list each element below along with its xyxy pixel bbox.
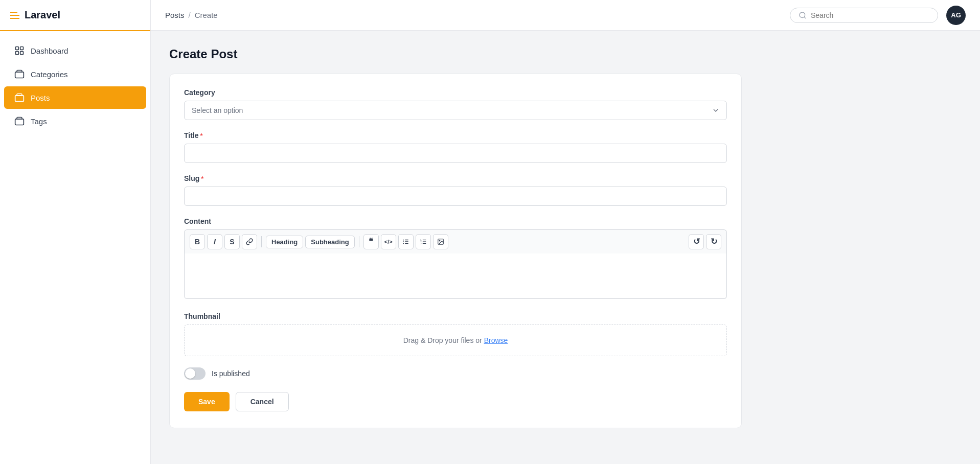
unordered-list-button[interactable] <box>398 234 414 249</box>
posts-icon <box>14 92 25 103</box>
image-icon <box>437 238 444 245</box>
categories-icon <box>14 69 25 79</box>
bold-button[interactable]: B <box>190 234 205 249</box>
thumbnail-label: Thumbnail <box>184 312 727 320</box>
svg-point-10 <box>403 243 404 244</box>
browse-link[interactable]: Browse <box>484 336 508 344</box>
sidebar-item-categories[interactable]: Categories <box>4 63 146 85</box>
link-button[interactable] <box>242 234 257 249</box>
italic-button[interactable]: I <box>207 234 222 249</box>
code-button[interactable]: </> <box>381 234 396 249</box>
toolbar-separator-2 <box>359 236 359 247</box>
search-box[interactable] <box>790 8 938 23</box>
redo-button[interactable]: ↻ <box>706 234 721 249</box>
hamburger-icon[interactable] <box>10 12 19 19</box>
content-area: Create Post Category Select an option <box>151 31 980 464</box>
svg-text:3: 3 <box>420 242 422 245</box>
subheading-button[interactable]: Subheading <box>305 236 354 248</box>
topbar: Posts / Create AG <box>151 0 980 31</box>
breadcrumb-separator: / <box>189 11 191 19</box>
sidebar-item-dashboard[interactable]: Dashboard <box>4 39 146 62</box>
breadcrumb-current: Create <box>195 11 218 19</box>
tags-icon <box>14 116 25 126</box>
publish-label: Is published <box>212 369 250 378</box>
slug-input[interactable] <box>184 187 727 206</box>
svg-point-18 <box>439 240 440 241</box>
category-label: Category <box>184 88 727 97</box>
category-select-wrapper: Select an option <box>184 101 727 120</box>
quote-button[interactable]: ❝ <box>363 234 379 249</box>
svg-rect-0 <box>16 47 19 50</box>
image-button[interactable] <box>433 234 448 249</box>
slug-required: * <box>201 175 203 182</box>
publish-toggle[interactable] <box>184 367 206 380</box>
sidebar-nav: Dashboard Categories Posts Tags <box>0 31 150 141</box>
thumbnail-group: Thumbnail Drag & Drop your files or Brow… <box>184 312 727 356</box>
form-footer: Save Cancel <box>184 392 727 411</box>
content-editor[interactable] <box>184 253 727 299</box>
category-group: Category Select an option <box>184 88 727 120</box>
sidebar-item-posts[interactable]: Posts <box>4 86 146 109</box>
svg-point-4 <box>800 12 805 18</box>
ordered-list-button[interactable]: 1 2 3 <box>416 234 431 249</box>
slug-group: Slug * <box>184 174 727 206</box>
sidebar-item-tags[interactable]: Tags <box>4 110 146 132</box>
undo-button[interactable]: ↺ <box>689 234 704 249</box>
breadcrumb: Posts / Create <box>165 11 218 19</box>
publish-row: Is published <box>184 367 727 380</box>
strikethrough-button[interactable]: S <box>224 234 240 249</box>
search-input[interactable] <box>811 11 929 19</box>
content-group: Content B I S Heading Subheading <box>184 217 727 301</box>
cancel-button[interactable]: Cancel <box>236 392 289 411</box>
title-group: Title * <box>184 131 727 163</box>
sidebar-item-categories-label: Categories <box>31 70 68 79</box>
main: Posts / Create AG Create Post Category <box>151 0 980 464</box>
page-title: Create Post <box>169 47 962 61</box>
drop-zone-text: Drag & Drop your files or <box>403 336 482 344</box>
drop-zone[interactable]: Drag & Drop your files or Browse <box>184 324 727 356</box>
ul-icon <box>402 238 409 245</box>
svg-point-9 <box>403 241 404 242</box>
heading-button[interactable]: Heading <box>266 236 303 248</box>
link-icon <box>246 238 253 245</box>
app-logo: Laravel <box>25 9 60 21</box>
sidebar: Laravel Dashboard Categories <box>0 0 151 464</box>
slug-label: Slug * <box>184 174 727 182</box>
save-button[interactable]: Save <box>184 392 230 411</box>
editor-toolbar: B I S Heading Subheading ❝ </> <box>184 229 727 253</box>
dashboard-icon <box>14 45 25 56</box>
toggle-knob <box>185 368 195 379</box>
svg-point-8 <box>403 240 404 241</box>
topbar-right: AG <box>790 6 966 25</box>
content-label: Content <box>184 217 727 225</box>
sidebar-item-tags-label: Tags <box>31 117 47 126</box>
sidebar-item-dashboard-label: Dashboard <box>31 47 68 55</box>
avatar[interactable]: AG <box>946 6 966 25</box>
title-label: Title * <box>184 131 727 140</box>
title-required: * <box>200 132 203 140</box>
sidebar-item-posts-label: Posts <box>31 94 50 102</box>
breadcrumb-parent[interactable]: Posts <box>165 11 185 19</box>
svg-rect-2 <box>16 52 19 55</box>
ol-icon: 1 2 3 <box>420 238 427 245</box>
svg-rect-3 <box>20 52 24 55</box>
category-select[interactable]: Select an option <box>184 101 727 120</box>
search-icon <box>799 11 807 19</box>
title-input[interactable] <box>184 144 727 163</box>
toolbar-separator-1 <box>261 236 262 247</box>
sidebar-header: Laravel <box>0 0 150 31</box>
form-card: Category Select an option Title * <box>169 74 742 428</box>
svg-rect-1 <box>20 47 24 50</box>
